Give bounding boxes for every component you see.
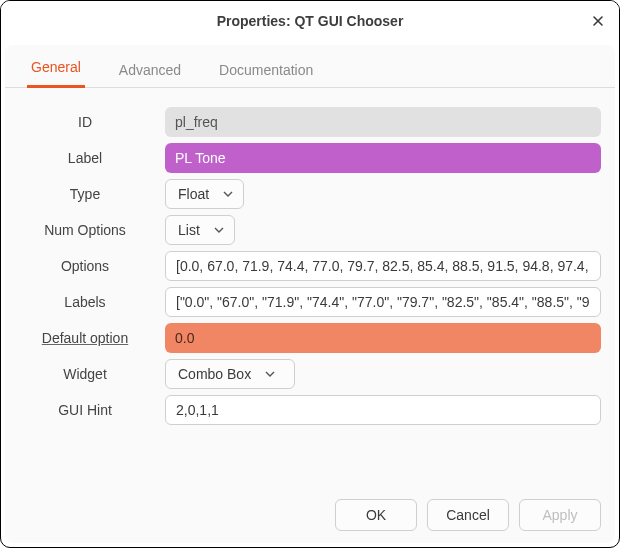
label-labels: Labels bbox=[17, 294, 165, 310]
field-id[interactable]: pl_freq bbox=[165, 107, 601, 137]
ok-button[interactable]: OK bbox=[335, 499, 417, 531]
label-widget: Widget bbox=[17, 366, 165, 382]
field-widget[interactable]: Combo Box bbox=[165, 359, 295, 389]
tab-documentation[interactable]: Documentation bbox=[215, 62, 317, 88]
field-type[interactable]: Float bbox=[165, 179, 244, 209]
window-title: Properties: QT GUI Chooser bbox=[217, 13, 404, 29]
row-options: Options bbox=[17, 248, 601, 284]
field-num-options-value: List bbox=[178, 222, 200, 238]
row-id: ID pl_freq bbox=[17, 104, 601, 140]
tab-bar: General Advanced Documentation bbox=[5, 45, 615, 88]
label-type: Type bbox=[17, 186, 165, 202]
row-gui-hint: GUI Hint bbox=[17, 392, 601, 428]
field-options[interactable] bbox=[165, 251, 601, 281]
title-bar: Properties: QT GUI Chooser bbox=[1, 1, 619, 41]
label-num-options: Num Options bbox=[17, 222, 165, 238]
button-bar: OK Cancel Apply bbox=[5, 487, 615, 543]
form-general: ID pl_freq Label PL Tone Type Float bbox=[5, 88, 615, 428]
chevron-down-icon bbox=[223, 191, 233, 197]
tab-general[interactable]: General bbox=[27, 59, 85, 88]
field-num-options[interactable]: List bbox=[165, 215, 235, 245]
label-label: Label bbox=[17, 150, 165, 166]
apply-button: Apply bbox=[519, 499, 601, 531]
field-widget-value: Combo Box bbox=[178, 366, 251, 382]
chevron-down-icon bbox=[214, 227, 224, 233]
field-default-option[interactable]: 0.0 bbox=[165, 323, 601, 353]
row-num-options: Num Options List bbox=[17, 212, 601, 248]
tab-advanced[interactable]: Advanced bbox=[115, 62, 185, 88]
row-labels: Labels bbox=[17, 284, 601, 320]
row-widget: Widget Combo Box bbox=[17, 356, 601, 392]
row-label: Label PL Tone bbox=[17, 140, 601, 176]
chevron-down-icon bbox=[265, 371, 275, 377]
field-type-value: Float bbox=[178, 186, 209, 202]
close-icon bbox=[591, 14, 605, 28]
label-options: Options bbox=[17, 258, 165, 274]
label-default-option: Default option bbox=[17, 330, 165, 346]
field-label[interactable]: PL Tone bbox=[165, 143, 601, 173]
label-gui-hint: GUI Hint bbox=[17, 402, 165, 418]
close-button[interactable] bbox=[585, 8, 611, 34]
dialog-panel: General Advanced Documentation ID pl_fre… bbox=[5, 45, 615, 543]
row-type: Type Float bbox=[17, 176, 601, 212]
field-gui-hint[interactable] bbox=[165, 395, 601, 425]
field-labels[interactable] bbox=[165, 287, 601, 317]
row-default-option: Default option 0.0 bbox=[17, 320, 601, 356]
cancel-button[interactable]: Cancel bbox=[427, 499, 509, 531]
label-id: ID bbox=[17, 114, 165, 130]
